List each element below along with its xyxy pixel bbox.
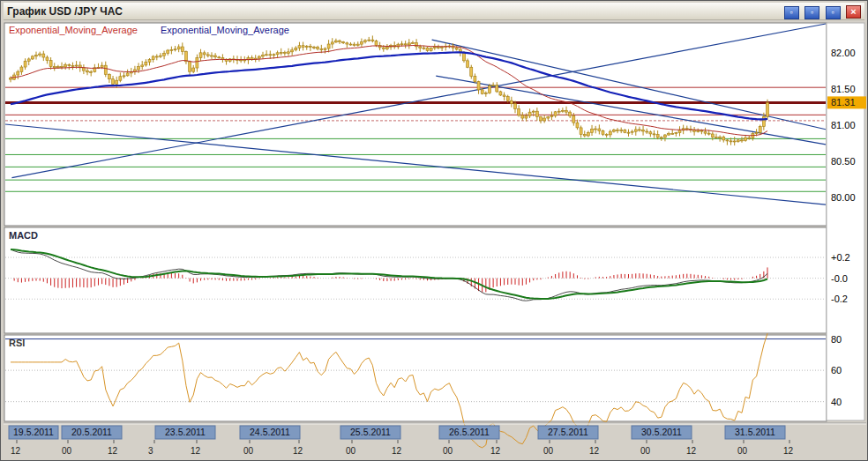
hour-label: 12 xyxy=(108,446,118,456)
restore-button[interactable]: ▫ xyxy=(826,6,841,19)
rsi-pane xyxy=(4,335,827,421)
hour-label: 00 xyxy=(243,446,254,456)
hour-label: 00 xyxy=(346,446,356,456)
hour-label: 12 xyxy=(392,446,402,456)
app-window: График USD /JPY ЧАС ▫ ▫ ▫ × 82.0081.5081… xyxy=(0,0,868,461)
price-axis-strip xyxy=(827,23,864,420)
axis-label: 81.00 xyxy=(831,120,856,130)
window-controls: ▫ ▫ ▫ × xyxy=(782,3,861,19)
hour-label: 00 xyxy=(443,446,453,456)
axis-label: 80.00 xyxy=(831,192,856,203)
date-label: 31.5.2011 xyxy=(735,427,775,437)
maximize-button[interactable]: ▫ xyxy=(804,6,819,19)
chart-canvas[interactable]: 82.0081.5081.0080.5080.00+0.2-0.0-0.2806… xyxy=(4,22,866,459)
hour-label: 3 xyxy=(148,446,153,456)
close-button[interactable]: × xyxy=(846,5,861,19)
axis-label: -0.0 xyxy=(831,273,848,284)
date-label: 25.5.2011 xyxy=(350,427,391,437)
date-label: 27.5.2011 xyxy=(548,427,588,437)
axis-label: -0.2 xyxy=(831,294,848,304)
axis-label: 60 xyxy=(831,365,842,375)
hour-label: 12 xyxy=(293,446,303,456)
hour-label: 00 xyxy=(640,446,651,456)
hour-label: 00 xyxy=(543,446,554,456)
hour-label: 12 xyxy=(11,446,21,456)
axis-label: 80 xyxy=(831,334,842,345)
hour-label: 00 xyxy=(62,446,72,456)
chart-area[interactable]: 82.0081.5081.0080.5080.00+0.2-0.0-0.2806… xyxy=(4,22,866,459)
date-label: 23.5.2011 xyxy=(165,427,206,437)
title-bar[interactable]: График USD /JPY ЧАС ▫ ▫ ▫ × xyxy=(4,3,864,20)
axis-label: 80.50 xyxy=(831,156,856,167)
date-label: 19.5.2011 xyxy=(13,427,54,437)
axis-label: 40 xyxy=(831,397,842,407)
hour-label: 12 xyxy=(490,446,501,456)
hour-label: 12 xyxy=(686,446,697,456)
minimize-button[interactable]: ▫ xyxy=(784,6,799,19)
window-title: График USD /JPY ЧАС xyxy=(7,5,782,18)
date-label: 26.5.2011 xyxy=(449,427,490,437)
hour-label: 12 xyxy=(783,446,794,456)
hour-label: 12 xyxy=(191,446,201,456)
hour-label: 12 xyxy=(589,446,600,456)
hour-label: 00 xyxy=(737,446,748,456)
date-label: 30.5.2011 xyxy=(641,427,682,437)
axis-label: 81.50 xyxy=(831,84,856,94)
axis-label: 82.00 xyxy=(831,48,856,58)
axis-label: +0.2 xyxy=(831,252,850,263)
date-label: 24.5.2011 xyxy=(250,427,290,437)
date-label: 20.5.2011 xyxy=(71,427,112,437)
current-price-label: 81.31 xyxy=(831,97,856,108)
